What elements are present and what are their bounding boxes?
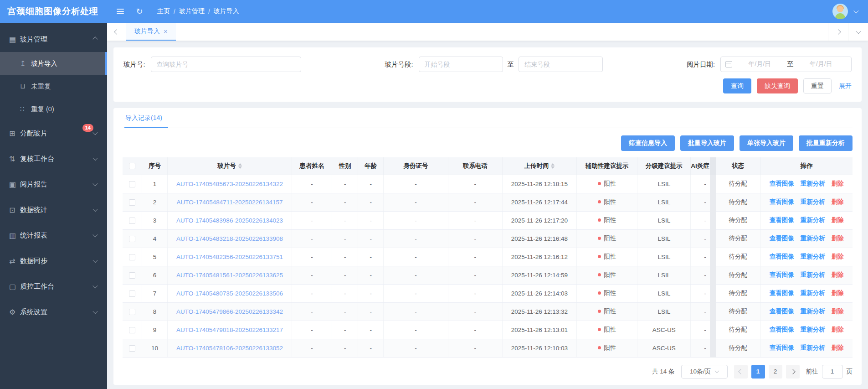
- sidebar-item-qc-workbench[interactable]: ▢质控工作台: [0, 274, 107, 299]
- slide-no-link[interactable]: AUTO-17405483218-20250226133908: [176, 235, 283, 242]
- row-checkbox[interactable]: [129, 218, 135, 224]
- slide-no-link[interactable]: AUTO-17405482356-20250226133751: [176, 254, 283, 260]
- expand-button[interactable]: 展开: [839, 82, 852, 90]
- read-date-range-picker[interactable]: 年/月/日 至 年/月/日: [720, 57, 852, 72]
- column-header-upload_time[interactable]: 上传时间: [502, 157, 576, 175]
- reanalyze-link[interactable]: 重新分析: [801, 308, 825, 315]
- cell-id_card: -: [384, 175, 448, 193]
- column-header-slide[interactable]: 玻片号: [168, 157, 292, 175]
- reanalyze-link[interactable]: 重新分析: [801, 180, 825, 187]
- cell-ai_inflam: -: [691, 175, 713, 193]
- sidebar-item-statistical-reports[interactable]: ▥统计报表: [0, 223, 107, 248]
- sidebar-item-slide-import[interactable]: ↥玻片导入: [0, 52, 107, 75]
- sidebar-item-review-workbench[interactable]: ⇅复核工作台: [0, 146, 107, 171]
- page-button-2[interactable]: 2: [769, 365, 782, 379]
- row-checkbox[interactable]: [129, 345, 135, 352]
- breadcrumb-item[interactable]: 主页: [157, 7, 170, 16]
- sidebar-item-slide-management[interactable]: ▤玻片管理: [0, 26, 107, 52]
- view-image-link[interactable]: 查看图像: [770, 271, 794, 278]
- reanalyze-link[interactable]: 重新分析: [801, 344, 825, 351]
- delete-link[interactable]: 删除: [832, 253, 844, 260]
- close-icon[interactable]: ×: [164, 28, 168, 35]
- sort-icon[interactable]: [238, 163, 242, 169]
- page-button-1[interactable]: 1: [751, 365, 765, 379]
- row-checkbox[interactable]: [129, 309, 135, 315]
- view-image-link[interactable]: 查看图像: [770, 253, 794, 260]
- slide-no-link[interactable]: AUTO-17405480735-20250226133506: [176, 290, 283, 297]
- tab-slide-import[interactable]: 玻片导入 ×: [126, 23, 176, 41]
- next-page-button[interactable]: [786, 365, 800, 379]
- reanalyze-link[interactable]: 重新分析: [801, 326, 825, 333]
- delete-link[interactable]: 删除: [832, 308, 844, 315]
- tab-scroll-right-button[interactable]: [828, 23, 848, 41]
- batch-reanalyze-button[interactable]: 批量重新分析: [799, 135, 853, 151]
- search-button[interactable]: 查询: [723, 78, 751, 93]
- row-checkbox[interactable]: [129, 272, 135, 279]
- slide-no-link[interactable]: AUTO-17405479018-20250226133217: [176, 327, 283, 333]
- row-checkbox[interactable]: [129, 290, 135, 297]
- row-checkbox[interactable]: [129, 236, 135, 242]
- range-end-input[interactable]: [519, 57, 603, 72]
- slide-no-link[interactable]: AUTO-17405483986-20250226134023: [176, 217, 283, 224]
- sidebar-item-system-settings[interactable]: ⚙系统设置: [0, 299, 107, 325]
- reanalyze-link[interactable]: 重新分析: [801, 198, 825, 205]
- view-image-link[interactable]: 查看图像: [770, 308, 794, 315]
- chevron-down-icon[interactable]: [853, 8, 858, 13]
- sidebar-item-data-sync[interactable]: ⇄数据同步: [0, 248, 107, 274]
- sidebar-item-assign-slides[interactable]: ⊞分配玻片14: [0, 120, 107, 146]
- range-start-input[interactable]: [419, 57, 503, 72]
- page-size-select[interactable]: 10条/页: [681, 365, 728, 379]
- batch-import-slides-button[interactable]: 批量导入玻片: [680, 135, 734, 151]
- single-import-slide-button[interactable]: 单张导入玻片: [740, 135, 793, 151]
- missing-search-button[interactable]: 缺失查询: [757, 78, 798, 93]
- view-image-link[interactable]: 查看图像: [770, 217, 794, 223]
- view-image-link[interactable]: 查看图像: [770, 290, 794, 296]
- screening-info-import-button[interactable]: 筛查信息导入: [621, 135, 675, 151]
- slide-no-link[interactable]: AUTO-17405484711-20250226134157: [177, 199, 283, 206]
- reanalyze-link[interactable]: 重新分析: [801, 235, 825, 242]
- tab-menu-button[interactable]: [848, 23, 868, 41]
- reanalyze-link[interactable]: 重新分析: [801, 217, 825, 223]
- collapse-sidebar-icon[interactable]: [114, 5, 126, 17]
- reanalyze-link[interactable]: 重新分析: [801, 253, 825, 260]
- breadcrumb-item[interactable]: 玻片管理: [179, 7, 205, 16]
- delete-link[interactable]: 删除: [832, 290, 844, 296]
- view-image-link[interactable]: 查看图像: [770, 235, 794, 242]
- row-checkbox[interactable]: [129, 327, 135, 333]
- refresh-icon[interactable]: ↻: [134, 5, 145, 17]
- reanalyze-link[interactable]: 重新分析: [801, 271, 825, 278]
- tab-import-records[interactable]: 导入记录(14): [124, 108, 168, 128]
- prev-page-button[interactable]: [734, 365, 748, 379]
- view-image-link[interactable]: 查看图像: [770, 344, 794, 351]
- goto-page-input[interactable]: [822, 365, 843, 379]
- breadcrumb-item[interactable]: 玻片导入: [214, 7, 239, 16]
- row-checkbox[interactable]: [129, 181, 135, 187]
- sidebar-item-duplicated[interactable]: ∷重复 (0): [0, 98, 107, 120]
- row-checkbox[interactable]: [129, 254, 135, 260]
- slide-no-link[interactable]: AUTO-17405481561-20250226133625: [176, 272, 283, 279]
- slide-no-input[interactable]: [151, 57, 301, 72]
- reset-button[interactable]: 重置: [803, 78, 832, 93]
- sidebar-item-data-statistics[interactable]: ⊡数据统计: [0, 197, 107, 223]
- view-image-link[interactable]: 查看图像: [770, 180, 794, 187]
- delete-link[interactable]: 删除: [832, 217, 844, 223]
- slide-no-link[interactable]: AUTO-17405478106-20250226133052: [176, 345, 283, 352]
- slide-no-link[interactable]: AUTO-17405479866-20250226133342: [176, 308, 283, 315]
- delete-link[interactable]: 删除: [832, 235, 844, 242]
- sort-icon[interactable]: [551, 163, 555, 169]
- view-image-link[interactable]: 查看图像: [770, 326, 794, 333]
- tab-scroll-left-button[interactable]: [107, 23, 126, 41]
- sidebar-item-reading-report[interactable]: ▣阅片报告: [0, 171, 107, 197]
- delete-link[interactable]: 删除: [832, 198, 844, 205]
- delete-link[interactable]: 删除: [832, 271, 844, 278]
- delete-link[interactable]: 删除: [832, 344, 844, 351]
- avatar[interactable]: [832, 4, 848, 19]
- view-image-link[interactable]: 查看图像: [770, 198, 794, 205]
- sidebar-item-not-duplicated[interactable]: ⊔未重复: [0, 75, 107, 98]
- select-all-checkbox[interactable]: [129, 163, 135, 169]
- delete-link[interactable]: 删除: [832, 180, 844, 187]
- slide-no-link[interactable]: AUTO-17405485673-20250226134322: [176, 181, 283, 187]
- row-checkbox[interactable]: [129, 199, 135, 206]
- reanalyze-link[interactable]: 重新分析: [801, 290, 825, 296]
- delete-link[interactable]: 删除: [832, 326, 844, 333]
